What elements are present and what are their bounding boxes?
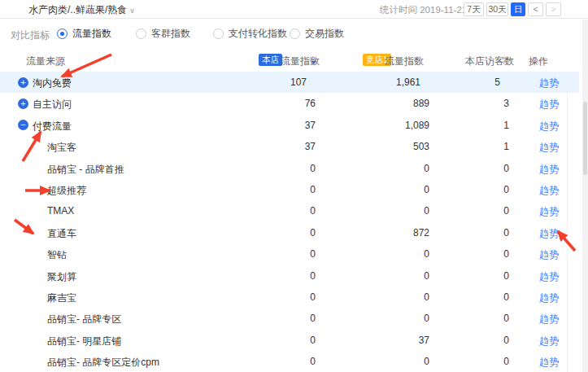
chevron-right-icon: > [551, 4, 555, 14]
sort-up-icon [417, 56, 422, 59]
table-row: 品销宝- 明星店铺0370趋势 [0, 330, 588, 351]
table-row: 智钻000趋势 [0, 243, 588, 265]
sort-self-index-control[interactable] [311, 56, 316, 64]
radio-traffic-index[interactable]: 流量指数 [57, 27, 111, 41]
compare-metric-label: 对比指标 [11, 28, 50, 42]
visitors-value: 0 [503, 227, 509, 239]
trend-link[interactable]: 趋势 [539, 291, 559, 305]
radio-label: 支付转化指数 [229, 27, 287, 41]
self-index-value: 0 [310, 291, 316, 303]
visitors-value: 1 [503, 120, 509, 131]
scrollbar-track [582, 20, 588, 372]
trend-link[interactable]: 趋势 [539, 77, 559, 90]
comp-index-value: 0 [424, 163, 429, 174]
trend-link[interactable]: 趋势 [539, 120, 559, 133]
trend-link[interactable]: 趋势 [539, 313, 559, 326]
comp-index-value: 1,089 [405, 120, 429, 131]
column-action: 操作 [529, 55, 548, 68]
prev-date-button[interactable]: < [528, 2, 543, 16]
self-index-value: 0 [310, 313, 316, 324]
trend-link[interactable]: 趋势 [539, 141, 559, 155]
trend-link[interactable]: 趋势 [539, 184, 559, 198]
table-body: +淘内免费1071,9615趋势+自主访问768893趋势−付费流量371,08… [0, 72, 588, 372]
trend-link[interactable]: 趋势 [539, 98, 559, 112]
sort-down-icon [501, 61, 506, 64]
radio-label: 流量指数 [72, 27, 111, 41]
stat-date: 2019-11-21 [420, 5, 467, 15]
self-shop-badge: 本店 [259, 54, 282, 66]
scrollbar-thumb[interactable] [583, 102, 587, 175]
visitors-value: 3 [503, 98, 509, 109]
traffic-analytics-screen: 水产肉类/..鲜蔬果/熟食∨ 统计时间 2019-11-21 7天 30天 日 … [0, 0, 588, 372]
table-row: 品销宝- 品牌专区000趋势 [0, 308, 588, 329]
table-row: 超级推荐000趋势 [0, 179, 588, 200]
chevron-left-icon: < [533, 4, 538, 14]
chevron-down-icon: ∨ [129, 7, 135, 15]
self-index-value: 0 [310, 248, 316, 260]
trend-link[interactable]: 趋势 [539, 356, 559, 370]
comp-index-value: 37 [419, 335, 429, 346]
trend-link[interactable]: 趋势 [539, 335, 559, 348]
trend-link[interactable]: 趋势 [539, 270, 559, 284]
expand-minus-icon[interactable]: − [18, 120, 28, 130]
table-row: 品销宝 - 品牌首推000趋势 [0, 158, 588, 179]
trend-link[interactable]: 趋势 [539, 227, 559, 241]
table-row: 淘宝客375031趋势 [0, 136, 588, 157]
table-row: TMAX000趋势 [0, 200, 588, 221]
column-self-visitors: 本店访客数 [465, 55, 514, 68]
range-day-button[interactable]: 日 [511, 2, 525, 16]
trend-link[interactable]: 趋势 [539, 248, 559, 262]
radio-selected-icon [57, 28, 68, 39]
trend-link[interactable]: 趋势 [539, 163, 559, 177]
comp-index-value: 1,961 [396, 77, 420, 88]
row-label: TMAX [47, 205, 74, 217]
range-7d-button[interactable]: 7天 [464, 2, 484, 16]
self-index-value: 0 [310, 335, 316, 346]
visitors-value: 0 [503, 163, 509, 174]
self-index-value: 0 [310, 205, 316, 217]
trend-link[interactable]: 趋势 [539, 205, 559, 219]
sort-down-icon [417, 61, 422, 64]
self-index-value: 0 [310, 163, 316, 174]
stat-time-label: 统计时间 [380, 5, 417, 15]
comp-index-value: 0 [424, 356, 429, 367]
sort-visitors-control[interactable] [501, 56, 506, 64]
category-breadcrumb[interactable]: 水产肉类/..鲜蔬果/熟食∨ [28, 3, 135, 17]
radio-unselected-icon [213, 28, 224, 39]
sort-up-icon [501, 56, 506, 59]
visitors-value: 0 [503, 313, 509, 324]
comp-index-value: 0 [424, 184, 429, 195]
row-label: 超级推荐 [47, 184, 86, 198]
sort-comp-index-control[interactable] [417, 56, 422, 64]
row-label: 品销宝- 品牌专区定价cpm [47, 356, 159, 370]
row-label: 品销宝- 品牌专区 [47, 313, 121, 326]
comp-index-value: 0 [424, 291, 429, 303]
visitors-value: 0 [503, 270, 509, 282]
visitors-value: 0 [503, 184, 509, 195]
radio-transaction-index[interactable]: 交易指数 [290, 27, 344, 41]
table-row: 聚划算000趋势 [0, 265, 588, 287]
radio-customer-index[interactable]: 客群指数 [136, 27, 190, 41]
next-date-button[interactable]: > [546, 2, 561, 16]
table-header: 流量来源 本店 流量指数 竞店1 流量指数 本店访客数 操作 [0, 49, 588, 72]
visitors-value: 0 [503, 205, 509, 217]
row-label: 付费流量 [33, 120, 72, 133]
table-row: 品销宝- 品牌专区定价cpm000趋势 [0, 351, 588, 372]
expand-plus-icon[interactable]: + [18, 77, 28, 88]
visitors-value: 0 [503, 291, 509, 303]
self-index-value: 0 [310, 356, 316, 367]
top-bar: 水产肉类/..鲜蔬果/熟食∨ 统计时间 2019-11-21 7天 30天 日 … [0, 0, 588, 19]
radio-label: 交易指数 [305, 27, 344, 41]
self-index-value: 0 [310, 227, 316, 239]
row-label: 淘内免费 [33, 77, 72, 90]
comp-index-value: 0 [424, 270, 429, 282]
expand-plus-icon[interactable]: + [18, 98, 28, 109]
range-30d-button[interactable]: 30天 [486, 2, 508, 16]
sort-up-icon [311, 56, 316, 59]
table-row: −付费流量371,0891趋势 [0, 115, 588, 136]
visitors-value: 0 [503, 335, 509, 346]
comp-index-value: 0 [424, 248, 429, 260]
visitors-value: 0 [503, 356, 509, 367]
table-row: 麻吉宝000趋势 [0, 287, 588, 308]
radio-conversion-index[interactable]: 支付转化指数 [213, 27, 287, 41]
